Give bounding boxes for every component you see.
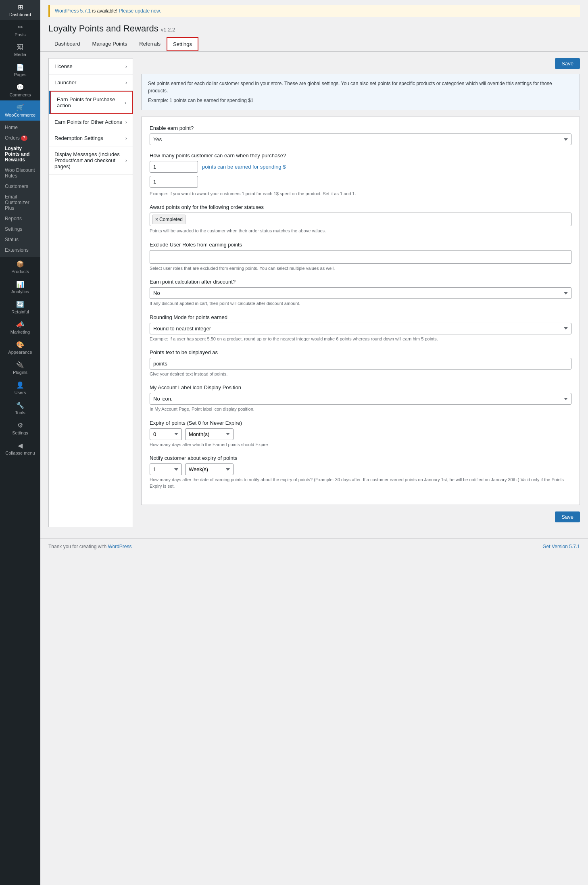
form-group-account-icon: My Account Label Icon Display Position N… [150, 384, 571, 412]
rounding-hint: Example: If a user has spent 5.50 on a p… [150, 336, 571, 342]
sidebar-item-products[interactable]: 📦 Products [0, 257, 40, 277]
appearance-icon: 🎨 [16, 341, 24, 349]
media-icon: 🖼 [17, 44, 23, 51]
sidebar-item-marketing[interactable]: 📣 Marketing [0, 317, 40, 338]
sidebar-item-plugins[interactable]: 🔌 Plugins [0, 358, 40, 378]
orders-badge: 7 [21, 136, 27, 141]
notify-expiry-unit-select[interactable]: Week(s) Day(s) Month(s) [185, 463, 234, 475]
sidebar-submenu-status[interactable]: Status [0, 234, 40, 245]
left-panel-earn-other-label: Earn Points for Other Actions [54, 119, 122, 125]
sidebar-item-dashboard[interactable]: ⊞ Dashboard [0, 0, 40, 20]
retainful-icon: 🔄 [16, 301, 24, 308]
sidebar-item-collapse[interactable]: ◀ Collapse menu [0, 438, 40, 459]
sidebar-item-posts[interactable]: ✏ Posts [0, 20, 40, 40]
tag-remove-icon[interactable]: × [155, 217, 158, 222]
save-bar-bottom: Save [141, 511, 580, 522]
form-group-notify-expiry: Notify customer about expiry of points 1… [150, 455, 571, 489]
notify-expiry-number-select[interactable]: 1 2 3 [150, 463, 182, 475]
sidebar-item-label: Posts [15, 32, 26, 37]
sidebar-submenu-customers[interactable]: Customers [0, 181, 40, 192]
sidebar-item-analytics[interactable]: 📊 Analytics [0, 277, 40, 297]
right-panel: Save Set points earned for each dollar c… [141, 58, 580, 527]
update-bar-text: is available! [91, 8, 119, 14]
sidebar-item-label: Settings [12, 430, 28, 435]
tab-dashboard[interactable]: Dashboard [48, 37, 86, 51]
account-icon-hint: In My Account Page, Point label icon dis… [150, 406, 571, 412]
sidebar-item-users[interactable]: 👤 Users [0, 378, 40, 398]
sidebar-submenu-reports[interactable]: Reports [0, 213, 40, 224]
sidebar-submenu-woo-discount[interactable]: Woo Discount Rules [0, 165, 40, 181]
info-box-example: Example: 1 points can be earned for spen… [148, 97, 573, 104]
left-panel-display-messages-label: Display Messages (Includes Product/cart … [54, 151, 125, 169]
sidebar-item-label: Users [15, 390, 26, 395]
sidebar-item-tools[interactable]: 🔧 Tools [0, 398, 40, 418]
left-panel-earn-purchase[interactable]: Earn Points for Purchase action › [50, 91, 133, 114]
account-icon-select[interactable]: No icon. Before label After label [150, 393, 571, 405]
enable-earn-select[interactable]: Yes No [150, 134, 571, 145]
form-group-order-status: Award points only for the following orde… [150, 204, 571, 234]
left-panel-redemption[interactable]: Redemption Settings › [49, 130, 133, 146]
wp-version-link[interactable]: WordPress 5.7.1 [55, 8, 91, 14]
sidebar-item-label: Collapse menu [5, 451, 35, 455]
expiry-unit-select[interactable]: Month(s) Week(s) Day(s) Year(s) [185, 428, 234, 440]
form-group-exclude-roles: Exclude User Roles from earning points S… [150, 242, 571, 271]
update-now-link[interactable]: Please update now. [119, 8, 161, 14]
order-status-hint: Points will be awarded to the customer w… [150, 228, 571, 234]
left-panel-launcher[interactable]: Launcher › [49, 75, 133, 91]
left-panel-earn-purchase-label: Earn Points for Purchase action [57, 96, 125, 109]
chevron-right-icon: › [125, 157, 127, 163]
left-panel-redemption-label: Redemption Settings [54, 135, 103, 141]
tag-label: Completed [159, 217, 183, 222]
chevron-right-icon: › [125, 63, 127, 69]
exclude-roles-input[interactable] [150, 250, 571, 264]
points-earn-input2[interactable] [150, 176, 198, 188]
earn-discount-select[interactable]: No Yes [150, 287, 571, 299]
points-earn-row2 [150, 176, 571, 188]
sidebar-submenu-email-customizer[interactable]: Email Customizer Plus [0, 192, 40, 213]
sidebar-item-media[interactable]: 🖼 Media [0, 40, 40, 60]
sidebar-submenu-home[interactable]: Home [0, 122, 40, 133]
info-box-text: Set points earned for each dollar custom… [148, 81, 552, 94]
notify-expiry-hint: How many days after the date of earning … [150, 477, 571, 489]
points-text-input[interactable] [150, 358, 571, 369]
footer-wordpress-link[interactable]: WordPress [108, 544, 131, 549]
left-panel-earn-other[interactable]: Earn Points for Other Actions › [49, 114, 133, 130]
main-content: WordPress 5.7.1 is available! Please upd… [40, 0, 588, 885]
tab-settings[interactable]: Settings [167, 37, 198, 51]
sidebar: ⊞ Dashboard ✏ Posts 🖼 Media 📄 Pages 💬 Co… [0, 0, 40, 885]
sidebar-item-appearance[interactable]: 🎨 Appearance [0, 338, 40, 358]
left-panel-display-messages[interactable]: Display Messages (Includes Product/cart … [49, 146, 133, 175]
points-earn-input1[interactable] [150, 161, 198, 173]
sidebar-submenu-settings[interactable]: Settings [0, 224, 40, 234]
products-icon: 📦 [16, 260, 24, 268]
order-status-tag-input[interactable]: × Completed [150, 213, 571, 226]
woocommerce-icon: 🛒 [16, 104, 24, 111]
footer-version-link[interactable]: Get Version 5.7.1 [542, 544, 580, 549]
analytics-icon: 📊 [16, 280, 24, 288]
chevron-right-icon: › [125, 135, 127, 141]
expiry-number-select[interactable]: 0 1 2 3 [150, 428, 182, 440]
sidebar-item-woocommerce[interactable]: 🛒 WooCommerce [0, 100, 40, 121]
sidebar-submenu-loyalty[interactable]: Loyalty Points and Rewards [0, 143, 40, 165]
rounding-select[interactable]: Round to nearest integer Round up Round … [150, 323, 571, 334]
save-button-bottom[interactable]: Save [555, 511, 580, 522]
sidebar-submenu-extensions[interactable]: Extensions [0, 245, 40, 255]
sidebar-item-label: Comments [9, 92, 31, 97]
sidebar-submenu-orders[interactable]: Orders 7 [0, 133, 40, 143]
posts-icon: ✏ [18, 23, 23, 31]
tab-referrals[interactable]: Referrals [133, 37, 167, 51]
form-group-expiry: Expiry of points (Set 0 for Never Expire… [150, 420, 571, 448]
points-earn-hint: Example: If you want to award your custo… [150, 191, 571, 197]
sidebar-item-pages[interactable]: 📄 Pages [0, 60, 40, 80]
sidebar-item-label: WooCommerce [5, 113, 35, 117]
users-icon: 👤 [16, 381, 24, 389]
sidebar-item-settings[interactable]: ⚙ Settings [0, 418, 40, 438]
save-button-top[interactable]: Save [555, 58, 580, 69]
order-status-tag-completed: × Completed [152, 215, 186, 224]
tab-manage-points[interactable]: Manage Points [86, 37, 133, 51]
sidebar-item-comments[interactable]: 💬 Comments [0, 80, 40, 100]
page-version: v1.2.2 [161, 27, 175, 33]
left-panel-license[interactable]: License › [49, 58, 133, 75]
sidebar-item-retainful[interactable]: 🔄 Retainful [0, 297, 40, 317]
points-earn-label: How many points customer can earn when t… [150, 152, 571, 159]
